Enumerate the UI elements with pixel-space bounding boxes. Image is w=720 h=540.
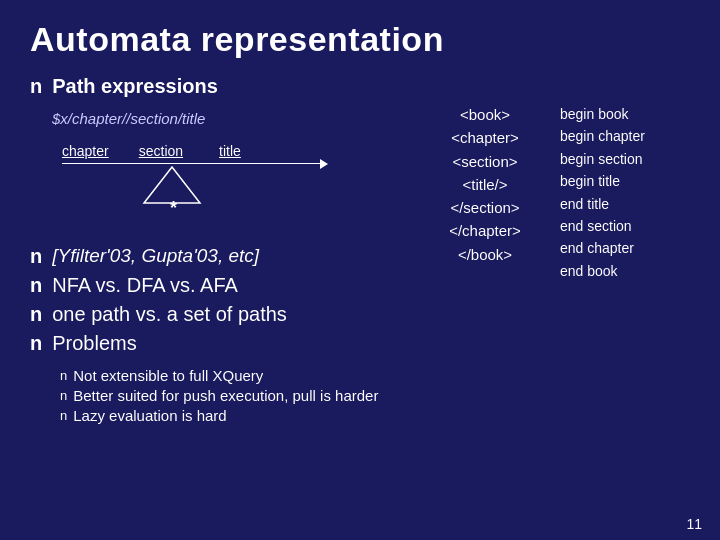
content-area: n Path expressions $x/chapter//section/t… bbox=[30, 75, 690, 424]
sub-bullets: n Not extensible to full XQuery n Better… bbox=[60, 367, 410, 424]
xml-line-6: </chapter> bbox=[449, 219, 521, 242]
arrow-line bbox=[62, 163, 322, 164]
path-expressions-label: Path expressions bbox=[52, 75, 218, 98]
xml-code-column: <book> <chapter> <section> <title/> </se… bbox=[420, 75, 550, 424]
sub-bullet-1: n Not extensible to full XQuery bbox=[60, 367, 410, 384]
bullet-n-path: n bbox=[30, 75, 42, 98]
arrow-head bbox=[320, 159, 328, 169]
path-expr-italic: $x/chapter//section/title bbox=[52, 110, 410, 127]
right-line-3: begin section bbox=[560, 148, 690, 170]
xml-code: <book> <chapter> <section> <title/> </se… bbox=[449, 103, 521, 266]
right-text-column: begin book begin chapter begin section b… bbox=[560, 75, 690, 424]
sub-bullet-3: n Lazy evaluation is hard bbox=[60, 407, 410, 424]
bullet-text-4: Problems bbox=[52, 332, 136, 355]
bullet-n-2: n bbox=[30, 274, 42, 297]
bullet-item-3: n one path vs. a set of paths bbox=[30, 303, 410, 326]
bullet-n-4: n bbox=[30, 332, 42, 355]
diagram-labels: chapter section title bbox=[62, 143, 241, 159]
right-line-8: end book bbox=[560, 260, 690, 282]
path-expressions-section: n Path expressions bbox=[30, 75, 410, 98]
left-column: n Path expressions $x/chapter//section/t… bbox=[30, 75, 410, 424]
sub-bullet-2: n Better suited for push execution, pull… bbox=[60, 387, 410, 404]
sub-bullet-text-3: Lazy evaluation is hard bbox=[73, 407, 226, 424]
right-line-6: end section bbox=[560, 215, 690, 237]
diagram-area: chapter section title * bbox=[52, 143, 352, 223]
bullet-item-4: n Problems bbox=[30, 332, 410, 355]
bullet-n-1: n bbox=[30, 245, 42, 268]
xml-line-1: <book> bbox=[449, 103, 521, 126]
xml-line-7: </book> bbox=[449, 243, 521, 266]
sub-bullet-n-2: n bbox=[60, 388, 67, 403]
diagram-title-label: title bbox=[219, 143, 241, 159]
slide: Automata representation n Path expressio… bbox=[0, 0, 720, 540]
bullet-item-2: n NFA vs. DFA vs. AFA bbox=[30, 274, 410, 297]
diagram-chapter-label: chapter bbox=[62, 143, 109, 159]
xml-line-5: </section> bbox=[449, 196, 521, 219]
sub-bullet-text-2: Better suited for push execution, pull i… bbox=[73, 387, 378, 404]
bullet-n-3: n bbox=[30, 303, 42, 326]
sub-bullet-n-3: n bbox=[60, 408, 67, 423]
bullet-items: n [Yfilter'03, Gupta'03, etc] n NFA vs. … bbox=[30, 245, 410, 355]
xml-line-3: <section> bbox=[449, 150, 521, 173]
right-line-7: end chapter bbox=[560, 237, 690, 259]
slide-title: Automata representation bbox=[30, 20, 690, 59]
bullet-text-2: NFA vs. DFA vs. AFA bbox=[52, 274, 238, 297]
bullet-text-1: [Yfilter'03, Gupta'03, etc] bbox=[52, 245, 259, 267]
page-number: 11 bbox=[686, 516, 702, 532]
xml-line-2: <chapter> bbox=[449, 126, 521, 149]
bullet-text-3: one path vs. a set of paths bbox=[52, 303, 287, 326]
sub-bullet-n-1: n bbox=[60, 368, 67, 383]
sub-bullet-text-1: Not extensible to full XQuery bbox=[73, 367, 263, 384]
right-line-1: begin book bbox=[560, 103, 690, 125]
xml-line-4: <title/> bbox=[449, 173, 521, 196]
bullet-item-1: n [Yfilter'03, Gupta'03, etc] bbox=[30, 245, 410, 268]
right-line-4: begin title bbox=[560, 170, 690, 192]
right-line-2: begin chapter bbox=[560, 125, 690, 147]
right-line-5: end title bbox=[560, 193, 690, 215]
diagram-section-label: section bbox=[139, 143, 183, 159]
star-label: * bbox=[170, 198, 177, 219]
